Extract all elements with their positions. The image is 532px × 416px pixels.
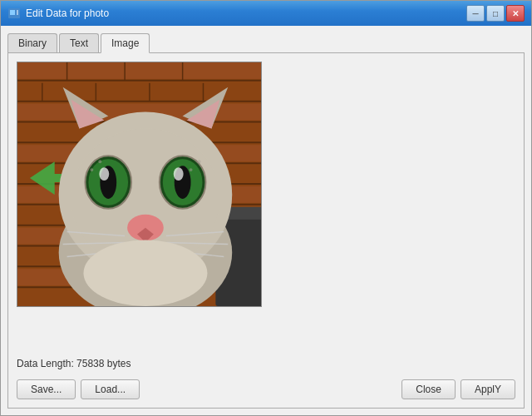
left-action-buttons: Save... Load... (17, 379, 140, 399)
save-button[interactable]: Save... (17, 379, 76, 399)
tab-binary[interactable]: Binary (7, 33, 57, 53)
window-icon (7, 7, 21, 20)
image-display (17, 62, 262, 307)
title-bar: Edit Data for photo ─ □ ✕ (1, 1, 531, 26)
main-window: Edit Data for photo ─ □ ✕ Binary Text Im… (0, 0, 532, 416)
tab-content-image: Data Length: 75838 bytes Save... Load...… (7, 52, 525, 409)
svg-point-63 (83, 240, 207, 306)
svg-rect-6 (17, 62, 261, 79)
tab-image[interactable]: Image (101, 33, 150, 53)
right-action-buttons: Close ApplY (401, 379, 515, 399)
svg-point-51 (99, 167, 109, 181)
svg-point-67 (198, 160, 201, 163)
svg-point-64 (90, 168, 93, 171)
image-area (17, 62, 515, 353)
tab-bar: Binary Text Image (7, 32, 525, 52)
bottom-buttons: Save... Load... Close ApplY (17, 376, 515, 399)
load-button[interactable]: Load... (81, 379, 140, 399)
window-controls: ─ □ ✕ (466, 5, 525, 22)
tab-text[interactable]: Text (59, 33, 99, 53)
window-title: Edit Data for photo (26, 7, 466, 19)
data-length-status: Data Length: 75838 bytes (17, 353, 515, 376)
cat-image (17, 62, 261, 306)
minimize-button[interactable]: ─ (466, 5, 485, 22)
window-content: Binary Text Image (1, 26, 531, 415)
svg-point-65 (98, 160, 101, 163)
svg-point-52 (174, 167, 184, 181)
maximize-button[interactable]: □ (486, 5, 505, 22)
svg-point-66 (190, 168, 193, 171)
close-window-button[interactable]: ✕ (506, 5, 525, 22)
svg-rect-1 (10, 10, 15, 15)
apply-button[interactable]: ApplY (461, 379, 515, 399)
close-button[interactable]: Close (401, 379, 456, 399)
